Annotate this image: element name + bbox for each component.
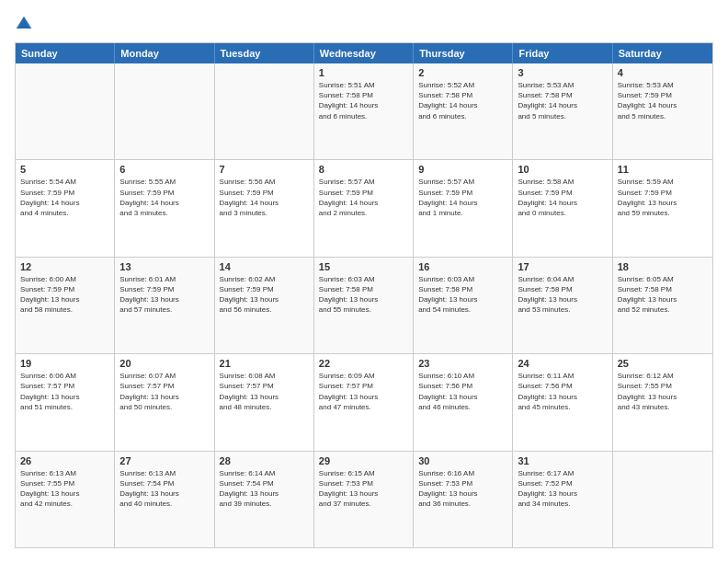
cell-info: Sunrise: 6:11 AM Sunset: 7:56 PM Dayligh…: [518, 371, 607, 412]
calendar-cell: 29Sunrise: 6:15 AM Sunset: 7:53 PM Dayli…: [314, 452, 414, 547]
calendar-cell: 22Sunrise: 6:09 AM Sunset: 7:57 PM Dayli…: [314, 354, 414, 450]
cell-day-number: 7: [220, 164, 309, 175]
calendar-cell: [215, 63, 314, 159]
cell-info: Sunrise: 5:55 AM Sunset: 7:59 PM Dayligh…: [119, 177, 209, 218]
weekday-header: Tuesday: [215, 43, 314, 63]
cell-day-number: 1: [319, 67, 408, 78]
cell-day-number: 12: [20, 261, 109, 272]
calendar-cell: 13Sunrise: 6:01 AM Sunset: 7:59 PM Dayli…: [115, 258, 214, 353]
weekday-header: Wednesday: [314, 43, 414, 63]
cell-day-number: 6: [119, 164, 209, 175]
cell-info: Sunrise: 5:58 AM Sunset: 7:59 PM Dayligh…: [518, 177, 607, 218]
cell-day-number: 24: [518, 358, 607, 369]
header: [15, 15, 713, 33]
calendar-cell: 26Sunrise: 6:13 AM Sunset: 7:55 PM Dayli…: [16, 452, 115, 547]
calendar-cell: 12Sunrise: 6:00 AM Sunset: 7:59 PM Dayli…: [16, 258, 115, 353]
cell-info: Sunrise: 6:15 AM Sunset: 7:53 PM Dayligh…: [319, 468, 408, 510]
calendar-cell: 10Sunrise: 5:58 AM Sunset: 7:59 PM Dayli…: [513, 160, 612, 256]
calendar-row: 5Sunrise: 5:54 AM Sunset: 7:59 PM Daylig…: [16, 160, 712, 257]
cell-day-number: 25: [618, 358, 708, 369]
cell-info: Sunrise: 6:13 AM Sunset: 7:55 PM Dayligh…: [20, 468, 109, 510]
page: SundayMondayTuesdayWednesdayThursdayFrid…: [0, 0, 728, 563]
logo: [15, 15, 37, 33]
calendar-cell: 16Sunrise: 6:03 AM Sunset: 7:58 PM Dayli…: [414, 258, 513, 353]
cell-day-number: 22: [319, 358, 408, 369]
weekday-header: Friday: [513, 43, 612, 63]
cell-info: Sunrise: 6:12 AM Sunset: 7:55 PM Dayligh…: [618, 371, 708, 412]
calendar-cell: 19Sunrise: 6:06 AM Sunset: 7:57 PM Dayli…: [16, 354, 115, 450]
calendar-cell: [115, 63, 214, 159]
calendar-cell: 15Sunrise: 6:03 AM Sunset: 7:58 PM Dayli…: [314, 258, 414, 353]
cell-day-number: 18: [618, 261, 708, 272]
cell-info: Sunrise: 6:13 AM Sunset: 7:54 PM Dayligh…: [119, 468, 209, 510]
cell-info: Sunrise: 5:51 AM Sunset: 7:58 PM Dayligh…: [319, 80, 408, 121]
calendar-cell: 1Sunrise: 5:51 AM Sunset: 7:58 PM Daylig…: [314, 63, 414, 159]
cell-info: Sunrise: 6:14 AM Sunset: 7:54 PM Dayligh…: [220, 468, 309, 510]
calendar-cell: 11Sunrise: 5:59 AM Sunset: 7:59 PM Dayli…: [613, 160, 712, 256]
calendar-cell: 14Sunrise: 6:02 AM Sunset: 7:59 PM Dayli…: [215, 258, 314, 353]
cell-info: Sunrise: 6:17 AM Sunset: 7:52 PM Dayligh…: [518, 468, 607, 510]
cell-day-number: 26: [20, 455, 109, 466]
cell-day-number: 9: [418, 164, 507, 175]
cell-day-number: 30: [418, 455, 507, 466]
cell-info: Sunrise: 6:01 AM Sunset: 7:59 PM Dayligh…: [119, 274, 209, 316]
cell-day-number: 2: [418, 67, 507, 78]
cell-info: Sunrise: 5:59 AM Sunset: 7:59 PM Dayligh…: [618, 177, 708, 218]
cell-day-number: 14: [220, 261, 309, 272]
calendar-cell: 21Sunrise: 6:08 AM Sunset: 7:57 PM Dayli…: [215, 354, 314, 450]
calendar-cell: [16, 63, 115, 159]
cell-day-number: 13: [119, 261, 209, 272]
calendar: SundayMondayTuesdayWednesdayThursdayFrid…: [15, 42, 713, 548]
calendar-cell: 2Sunrise: 5:52 AM Sunset: 7:58 PM Daylig…: [414, 63, 513, 159]
calendar-row: 26Sunrise: 6:13 AM Sunset: 7:55 PM Dayli…: [16, 452, 712, 547]
calendar-cell: 4Sunrise: 5:53 AM Sunset: 7:59 PM Daylig…: [613, 63, 712, 159]
weekday-header: Thursday: [414, 43, 513, 63]
cell-info: Sunrise: 6:09 AM Sunset: 7:57 PM Dayligh…: [319, 371, 408, 412]
cell-info: Sunrise: 6:03 AM Sunset: 7:58 PM Dayligh…: [418, 274, 507, 316]
calendar-cell: 7Sunrise: 5:56 AM Sunset: 7:59 PM Daylig…: [215, 160, 314, 256]
cell-info: Sunrise: 5:53 AM Sunset: 7:59 PM Dayligh…: [618, 80, 708, 121]
cell-day-number: 16: [418, 261, 507, 272]
cell-day-number: 17: [518, 261, 607, 272]
cell-info: Sunrise: 5:57 AM Sunset: 7:59 PM Dayligh…: [418, 177, 507, 218]
calendar-cell: [613, 452, 712, 547]
calendar-cell: 5Sunrise: 5:54 AM Sunset: 7:59 PM Daylig…: [16, 160, 115, 256]
calendar-row: 19Sunrise: 6:06 AM Sunset: 7:57 PM Dayli…: [16, 354, 712, 451]
cell-day-number: 19: [20, 358, 109, 369]
weekday-header: Sunday: [16, 43, 115, 63]
cell-info: Sunrise: 5:53 AM Sunset: 7:58 PM Dayligh…: [518, 80, 607, 121]
cell-day-number: 28: [220, 455, 309, 466]
cell-info: Sunrise: 6:08 AM Sunset: 7:57 PM Dayligh…: [220, 371, 309, 412]
calendar-cell: 31Sunrise: 6:17 AM Sunset: 7:52 PM Dayli…: [513, 452, 612, 547]
calendar-cell: 28Sunrise: 6:14 AM Sunset: 7:54 PM Dayli…: [215, 452, 314, 547]
cell-day-number: 29: [319, 455, 408, 466]
cell-info: Sunrise: 5:54 AM Sunset: 7:59 PM Dayligh…: [20, 177, 109, 218]
cell-info: Sunrise: 6:05 AM Sunset: 7:58 PM Dayligh…: [618, 274, 708, 316]
cell-day-number: 15: [319, 261, 408, 272]
calendar-cell: 8Sunrise: 5:57 AM Sunset: 7:59 PM Daylig…: [314, 160, 414, 256]
calendar-cell: 25Sunrise: 6:12 AM Sunset: 7:55 PM Dayli…: [613, 354, 712, 450]
cell-info: Sunrise: 5:56 AM Sunset: 7:59 PM Dayligh…: [220, 177, 309, 218]
cell-info: Sunrise: 6:02 AM Sunset: 7:59 PM Dayligh…: [220, 274, 309, 316]
calendar-cell: 20Sunrise: 6:07 AM Sunset: 7:57 PM Dayli…: [115, 354, 214, 450]
cell-info: Sunrise: 6:06 AM Sunset: 7:57 PM Dayligh…: [20, 371, 109, 412]
calendar-cell: 6Sunrise: 5:55 AM Sunset: 7:59 PM Daylig…: [115, 160, 214, 256]
cell-day-number: 4: [618, 67, 708, 78]
cell-info: Sunrise: 6:03 AM Sunset: 7:58 PM Dayligh…: [319, 274, 408, 316]
calendar-cell: 27Sunrise: 6:13 AM Sunset: 7:54 PM Dayli…: [115, 452, 214, 547]
cell-info: Sunrise: 6:07 AM Sunset: 7:57 PM Dayligh…: [119, 371, 209, 412]
cell-info: Sunrise: 6:10 AM Sunset: 7:56 PM Dayligh…: [418, 371, 507, 412]
cell-day-number: 23: [418, 358, 507, 369]
calendar-cell: 18Sunrise: 6:05 AM Sunset: 7:58 PM Dayli…: [613, 258, 712, 353]
calendar-cell: 9Sunrise: 5:57 AM Sunset: 7:59 PM Daylig…: [414, 160, 513, 256]
calendar-row: 12Sunrise: 6:00 AM Sunset: 7:59 PM Dayli…: [16, 258, 712, 354]
calendar-cell: 3Sunrise: 5:53 AM Sunset: 7:58 PM Daylig…: [513, 63, 612, 159]
cell-info: Sunrise: 5:52 AM Sunset: 7:58 PM Dayligh…: [418, 80, 507, 121]
calendar-header: SundayMondayTuesdayWednesdayThursdayFrid…: [16, 43, 712, 63]
cell-day-number: 3: [518, 67, 607, 78]
calendar-cell: 30Sunrise: 6:16 AM Sunset: 7:53 PM Dayli…: [414, 452, 513, 547]
cell-day-number: 21: [220, 358, 309, 369]
cell-day-number: 8: [319, 164, 408, 175]
cell-day-number: 11: [618, 164, 708, 175]
cell-info: Sunrise: 6:04 AM Sunset: 7:58 PM Dayligh…: [518, 274, 607, 316]
